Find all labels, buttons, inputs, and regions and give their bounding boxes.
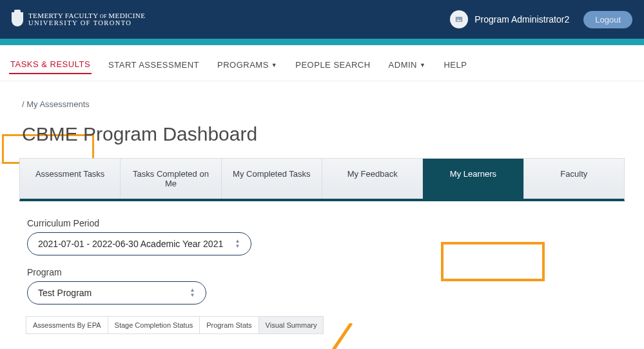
tab-my-feedback[interactable]: My Feedback <box>322 159 423 199</box>
chevron-down-icon: ▼ <box>271 62 277 68</box>
logout-button[interactable]: Logout <box>583 11 632 28</box>
topbar: TEMERTY FACULTY OF MEDICINE UNIVERSITY O… <box>0 0 644 39</box>
curriculum-period-select[interactable]: 2021-07-01 - 2022-06-30 Academic Year 20… <box>27 232 251 255</box>
tab-assessment-tasks[interactable]: Assessment Tasks <box>20 159 121 199</box>
breadcrumb[interactable]: / My Assessments <box>22 99 625 109</box>
content-area: / My Assessments CBME Program Dashboard … <box>0 81 644 334</box>
subtab-assessments-by-epa[interactable]: Assessments By EPA <box>26 316 108 334</box>
dashboard-tabs: Assessment Tasks Tasks Completed on Me M… <box>19 158 625 201</box>
nav-admin-label: ADMIN <box>389 60 417 70</box>
org-line1b: MEDICINE <box>108 12 145 19</box>
primary-nav: TASKS & RESULTS START ASSESSMENT PROGRAM… <box>0 45 644 81</box>
subtab-stage-completion[interactable]: Stage Completion Status <box>108 316 200 334</box>
nav-start-assessment[interactable]: START ASSESSMENT <box>107 56 200 74</box>
username-label[interactable]: Program Administrator2 <box>474 14 569 25</box>
tab-tasks-completed-on-me[interactable]: Tasks Completed on Me <box>121 159 221 199</box>
program-value: Test Program <box>38 288 92 298</box>
filters: Curriculum Period 2021-07-01 - 2022-06-3… <box>19 218 625 304</box>
org-line1a: TEMERTY FACULTY <box>28 12 99 19</box>
curriculum-period-value: 2021-07-01 - 2022-06-30 Academic Year 20… <box>38 239 223 249</box>
nav-programs[interactable]: PROGRAMS ▼ <box>216 56 278 74</box>
org-line2: UNIVERSITY OF TORONTO <box>28 19 145 26</box>
sort-icon: ▲▼ <box>190 288 195 297</box>
learner-subtabs: Assessments By EPA Stage Completion Stat… <box>26 316 625 334</box>
org-logo: TEMERTY FACULTY OF MEDICINE UNIVERSITY O… <box>12 12 145 27</box>
nav-people-search[interactable]: PEOPLE SEARCH <box>294 56 371 74</box>
nav-programs-label: PROGRAMS <box>217 60 269 70</box>
shield-icon <box>12 12 23 26</box>
teal-accent-bar <box>0 39 644 45</box>
tab-my-completed-tasks[interactable]: My Completed Tasks <box>222 159 322 199</box>
nav-help[interactable]: HELP <box>442 56 468 74</box>
sort-icon: ▲▼ <box>235 239 240 248</box>
tab-my-learners[interactable]: My Learners <box>423 159 523 199</box>
tab-faculty[interactable]: Faculty <box>524 159 624 199</box>
program-label: Program <box>27 267 625 277</box>
nav-admin[interactable]: ADMIN ▼ <box>387 56 427 74</box>
subtab-program-stats[interactable]: Program Stats <box>199 316 259 334</box>
program-select[interactable]: Test Program ▲▼ <box>27 281 206 304</box>
subtab-visual-summary[interactable]: Visual Summary <box>259 316 324 334</box>
chevron-down-icon: ▼ <box>420 62 425 68</box>
curriculum-period-label: Curriculum Period <box>27 218 625 228</box>
nav-tasks-results[interactable]: TASKS & RESULTS <box>9 55 92 74</box>
page-title: CBME Program Dashboard <box>22 123 625 145</box>
org-name: TEMERTY FACULTY OF MEDICINE UNIVERSITY O… <box>28 12 145 27</box>
org-line1-small: OF <box>99 14 109 19</box>
avatar-icon[interactable] <box>450 10 468 28</box>
